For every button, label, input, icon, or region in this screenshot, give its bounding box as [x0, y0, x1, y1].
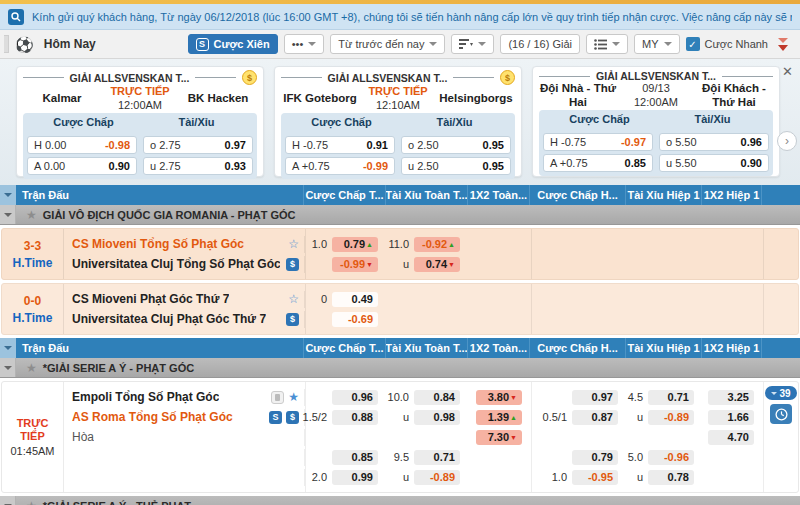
handicap-value: 11.0	[388, 238, 409, 250]
quick-bet-toggle[interactable]: ✓ Cược Nhanh	[686, 37, 769, 51]
favorite-star-icon[interactable]: ★	[288, 391, 299, 403]
odds-refresh-arrows-icon[interactable]	[774, 38, 792, 51]
over-under-odds-cell[interactable]: u 2.750.93	[143, 157, 253, 175]
odds-cell[interactable]: 0.78	[648, 470, 694, 485]
handicap-odds-cell[interactable]: H -0.75-0.97	[543, 133, 653, 151]
odds-value: -0.92	[422, 238, 447, 250]
odds-down-icon: ▼	[510, 394, 517, 401]
star-icon[interactable]: ★	[26, 362, 37, 374]
odds-cell[interactable]: 3.25	[708, 390, 754, 405]
chevron-down-icon	[771, 392, 777, 395]
odds-cell[interactable]: 0.97	[572, 390, 618, 405]
odds-value: 0.87	[592, 411, 613, 423]
odds-cell[interactable]: -0.89	[414, 470, 460, 485]
handicap-odds-cell[interactable]: H 0.00-0.98	[27, 136, 137, 154]
handicap-odds-cell[interactable]: H -0.750.91	[285, 136, 395, 154]
teams-cell: CS Mioveni Tổng Số Phạt Góc☆Universitate…	[64, 229, 305, 279]
time-range-dropdown[interactable]: Từ trước đến nay	[330, 34, 445, 54]
odds-value: -0.69	[348, 313, 373, 325]
odds-format-dropdown[interactable]: MY	[634, 34, 680, 54]
over-under-odds-cell[interactable]: u 2.500.95	[401, 157, 511, 175]
league-filter-button[interactable]: (16 / 16) Giải	[500, 34, 580, 54]
checkbox-checked-icon[interactable]: ✓	[686, 37, 700, 51]
over-under-odds-cell[interactable]: o 2.750.97	[143, 136, 253, 154]
odds-cell[interactable]: 0.96	[332, 390, 378, 405]
odds-cell[interactable]: 0.88	[332, 410, 378, 425]
odds-value: 3.80	[488, 391, 509, 403]
more-bets-button[interactable]: 39	[765, 386, 797, 400]
odds-value: -0.99	[340, 258, 365, 270]
coin-icon[interactable]: $	[242, 70, 257, 85]
favorite-star-icon[interactable]: ☆	[288, 293, 299, 305]
odds-value: 0.90	[109, 160, 130, 172]
odds-cell[interactable]: 0.79▲	[332, 237, 378, 252]
view-mode-dropdown[interactable]	[586, 34, 628, 54]
odds-cell[interactable]: -0.95	[572, 470, 618, 485]
collapse-group-icon[interactable]	[0, 205, 16, 224]
odds-label: u 2.75	[150, 160, 181, 172]
carousel-next-button[interactable]: ›	[777, 131, 797, 151]
odds-cell[interactable]: -0.89	[648, 410, 694, 425]
dollar-icon[interactable]: $	[286, 313, 299, 326]
odds-cell[interactable]: 0.79	[572, 450, 618, 465]
card-icon[interactable]	[271, 391, 284, 404]
handicap-value: 1.0	[312, 238, 327, 250]
more-markets-button[interactable]: •••	[284, 34, 325, 54]
odds-cell[interactable]: 0.99	[332, 470, 378, 485]
odds-cell[interactable]: 0.71	[414, 450, 460, 465]
odds-cell[interactable]: 1.39▲	[476, 410, 522, 425]
match-score: 0-0	[24, 294, 41, 308]
odds-cell[interactable]: 7.30▼	[476, 430, 522, 445]
league-group-header[interactable]: ★*GIẢI SERIE A Ý - THẺ PHẠT	[0, 496, 800, 505]
odds-label: o 2.75	[150, 139, 181, 151]
team-name: CS Mioveni Tổng Số Phạt Góc	[72, 237, 244, 251]
collapse-all-icon[interactable]	[0, 338, 16, 358]
odds-cell[interactable]: 0.71	[648, 390, 694, 405]
teams-cell: Empoli Tổng Số Phạt Góc★AS Roma Tổng Số …	[64, 382, 305, 492]
announcement-text: Kính gửi quý khách hàng, Từ ngày 06/12/2…	[32, 11, 792, 23]
odds-cell[interactable]: 0.98	[414, 410, 460, 425]
odds-cell[interactable]: 0.84	[414, 390, 460, 405]
row-actions-cell	[763, 229, 798, 279]
parlay-button[interactable]: S Cược Xiên	[188, 34, 278, 54]
star-icon[interactable]: ★	[26, 500, 37, 505]
close-icon[interactable]: ✕	[782, 65, 793, 78]
odds-cell[interactable]: 0.74▼	[414, 257, 460, 272]
league-group-header[interactable]: ★*GIẢI SERIE A Ý - PHẠT GÓC	[0, 358, 800, 378]
odds-value: 3.25	[728, 391, 749, 403]
odds-cell[interactable]: 3.80▼	[476, 390, 522, 405]
odds-cell[interactable]: -0.99▼	[332, 257, 378, 272]
coin-icon[interactable]: $	[500, 70, 515, 85]
handicap-odds-cell[interactable]: A +0.750.85	[543, 154, 653, 172]
odds-cell[interactable]: 0.85	[332, 450, 378, 465]
sort-dropdown[interactable]	[451, 34, 494, 54]
column-header-3: 1X2 Toàn...	[467, 338, 529, 358]
table-column-header: Trận ĐấuCược Chấp T...Tài Xỉu Toàn T...1…	[0, 185, 800, 205]
over-under-odds-cell[interactable]: o 2.500.95	[401, 136, 511, 154]
odds-cell[interactable]: 1.66	[708, 410, 754, 425]
away-team-name: BK Hacken	[179, 92, 257, 106]
odds-cell[interactable]: -0.69	[332, 312, 378, 327]
stats-icon[interactable]: S	[269, 411, 282, 424]
odds-cell[interactable]: 0.49	[332, 292, 378, 307]
odds-cell[interactable]: -0.92▲	[414, 237, 460, 252]
league-group-header[interactable]: ★GIẢI VÔ ĐỊCH QUỐC GIA ROMANIA - PHẠT GÓ…	[0, 205, 800, 225]
odds-cell[interactable]: -0.96	[648, 450, 694, 465]
collapse-group-icon[interactable]	[0, 358, 16, 377]
handicap-odds-cell[interactable]: A 0.000.90	[27, 157, 137, 175]
odds-cell[interactable]: 0.87	[572, 410, 618, 425]
handicap-odds-cell[interactable]: A +0.75-0.99	[285, 157, 395, 175]
clock-button[interactable]	[770, 404, 792, 424]
over-under-odds-cell[interactable]: o 5.500.96	[659, 133, 769, 151]
chevron-down-icon	[664, 42, 672, 46]
dollar-icon[interactable]: $	[286, 411, 299, 424]
collapse-all-icon[interactable]	[0, 185, 16, 205]
odds-value: 7.30	[488, 431, 509, 443]
star-icon[interactable]: ★	[26, 209, 37, 221]
collapse-group-icon[interactable]	[0, 496, 16, 505]
odds-up-icon: ▲	[448, 241, 455, 248]
odds-cell[interactable]: 4.70	[708, 430, 754, 445]
over-under-odds-cell[interactable]: u 5.500.90	[659, 154, 769, 172]
dollar-icon[interactable]: $	[286, 258, 299, 271]
favorite-star-icon[interactable]: ☆	[288, 238, 299, 250]
